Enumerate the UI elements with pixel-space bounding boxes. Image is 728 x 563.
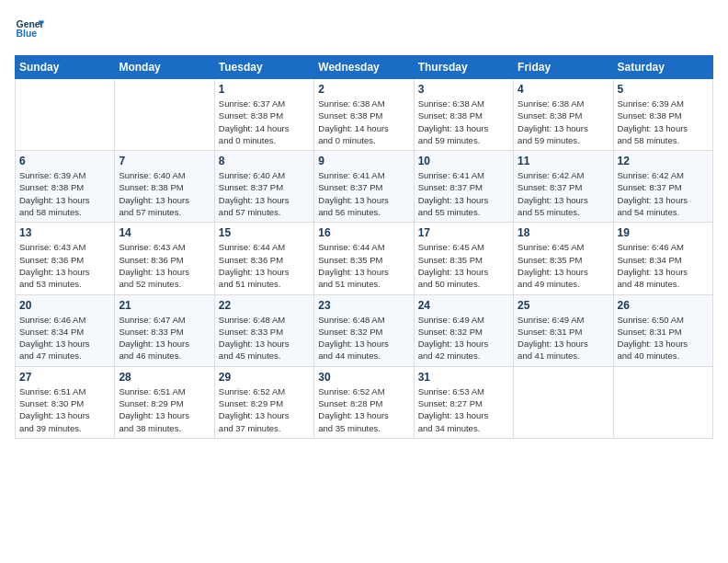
day-number: 4 xyxy=(518,83,609,96)
day-info: Sunrise: 6:43 AM Sunset: 8:36 PM Dayligh… xyxy=(119,241,210,290)
day-number: 25 xyxy=(518,299,609,312)
calendar-day-cell: 8Sunrise: 6:40 AM Sunset: 8:37 PM Daylig… xyxy=(214,151,313,223)
day-number: 18 xyxy=(518,226,609,239)
day-info: Sunrise: 6:51 AM Sunset: 8:29 PM Dayligh… xyxy=(119,385,210,434)
calendar-day-cell: 13Sunrise: 6:43 AM Sunset: 8:36 PM Dayli… xyxy=(16,223,115,294)
calendar-day-cell: 27Sunrise: 6:51 AM Sunset: 8:30 PM Dayli… xyxy=(16,366,115,438)
day-info: Sunrise: 6:41 AM Sunset: 8:37 PM Dayligh… xyxy=(318,169,409,218)
calendar-day-cell: 4Sunrise: 6:38 AM Sunset: 8:38 PM Daylig… xyxy=(514,79,613,151)
calendar-week-row: 6Sunrise: 6:39 AM Sunset: 8:38 PM Daylig… xyxy=(16,151,713,223)
day-info: Sunrise: 6:37 AM Sunset: 8:38 PM Dayligh… xyxy=(219,98,310,146)
calendar-day-cell: 25Sunrise: 6:49 AM Sunset: 8:31 PM Dayli… xyxy=(514,294,613,366)
day-info: Sunrise: 6:39 AM Sunset: 8:38 PM Dayligh… xyxy=(19,169,110,218)
day-info: Sunrise: 6:40 AM Sunset: 8:37 PM Dayligh… xyxy=(219,169,310,218)
day-info: Sunrise: 6:48 AM Sunset: 8:33 PM Dayligh… xyxy=(219,314,310,362)
day-info: Sunrise: 6:50 AM Sunset: 8:31 PM Dayligh… xyxy=(618,314,709,362)
day-info: Sunrise: 6:39 AM Sunset: 8:38 PM Dayligh… xyxy=(618,98,709,146)
calendar-day-cell xyxy=(115,79,214,151)
day-number: 29 xyxy=(219,371,310,384)
day-number: 12 xyxy=(618,155,709,167)
weekday-header: Tuesday xyxy=(214,56,313,79)
logo: General Blue xyxy=(15,15,44,44)
day-number: 13 xyxy=(19,226,110,239)
day-number: 7 xyxy=(119,155,210,167)
day-number: 14 xyxy=(119,226,210,239)
day-number: 23 xyxy=(318,299,409,312)
day-number: 19 xyxy=(618,226,709,239)
weekday-header: Sunday xyxy=(16,56,115,79)
day-info: Sunrise: 6:45 AM Sunset: 8:35 PM Dayligh… xyxy=(418,241,509,290)
day-info: Sunrise: 6:49 AM Sunset: 8:31 PM Dayligh… xyxy=(518,314,609,362)
day-number: 24 xyxy=(418,299,509,312)
calendar-week-row: 13Sunrise: 6:43 AM Sunset: 8:36 PM Dayli… xyxy=(16,223,713,294)
svg-text:Blue: Blue xyxy=(17,29,38,39)
calendar-day-cell: 26Sunrise: 6:50 AM Sunset: 8:31 PM Dayli… xyxy=(613,294,712,366)
day-number: 15 xyxy=(219,226,310,239)
day-info: Sunrise: 6:53 AM Sunset: 8:27 PM Dayligh… xyxy=(418,385,509,434)
calendar-day-cell xyxy=(16,79,115,151)
day-info: Sunrise: 6:47 AM Sunset: 8:33 PM Dayligh… xyxy=(119,314,210,362)
day-info: Sunrise: 6:48 AM Sunset: 8:32 PM Dayligh… xyxy=(318,314,409,362)
day-number: 2 xyxy=(318,83,409,96)
weekday-header-row: SundayMondayTuesdayWednesdayThursdayFrid… xyxy=(16,56,713,79)
day-number: 26 xyxy=(618,299,709,312)
day-info: Sunrise: 6:46 AM Sunset: 8:34 PM Dayligh… xyxy=(618,241,709,290)
day-number: 31 xyxy=(418,371,509,384)
calendar-day-cell: 30Sunrise: 6:52 AM Sunset: 8:28 PM Dayli… xyxy=(314,366,414,438)
calendar-day-cell: 14Sunrise: 6:43 AM Sunset: 8:36 PM Dayli… xyxy=(115,223,214,294)
day-info: Sunrise: 6:52 AM Sunset: 8:29 PM Dayligh… xyxy=(219,385,310,434)
calendar-week-row: 27Sunrise: 6:51 AM Sunset: 8:30 PM Dayli… xyxy=(16,366,713,438)
day-number: 22 xyxy=(219,299,310,312)
weekday-header: Saturday xyxy=(613,56,712,79)
weekday-header: Wednesday xyxy=(314,56,414,79)
day-info: Sunrise: 6:44 AM Sunset: 8:36 PM Dayligh… xyxy=(219,241,310,290)
day-number: 5 xyxy=(618,83,709,96)
day-info: Sunrise: 6:42 AM Sunset: 8:37 PM Dayligh… xyxy=(518,169,609,218)
calendar-week-row: 20Sunrise: 6:46 AM Sunset: 8:34 PM Dayli… xyxy=(16,294,713,366)
calendar-day-cell: 24Sunrise: 6:49 AM Sunset: 8:32 PM Dayli… xyxy=(414,294,513,366)
day-number: 28 xyxy=(119,371,210,384)
calendar-day-cell: 21Sunrise: 6:47 AM Sunset: 8:33 PM Dayli… xyxy=(115,294,214,366)
day-info: Sunrise: 6:45 AM Sunset: 8:35 PM Dayligh… xyxy=(518,241,609,290)
day-number: 8 xyxy=(219,155,310,167)
calendar-day-cell: 19Sunrise: 6:46 AM Sunset: 8:34 PM Dayli… xyxy=(613,223,712,294)
calendar-week-row: 1Sunrise: 6:37 AM Sunset: 8:38 PM Daylig… xyxy=(16,79,713,151)
weekday-header: Thursday xyxy=(414,56,513,79)
calendar-day-cell: 20Sunrise: 6:46 AM Sunset: 8:34 PM Dayli… xyxy=(16,294,115,366)
day-number: 10 xyxy=(418,155,509,167)
calendar-table: SundayMondayTuesdayWednesdayThursdayFrid… xyxy=(15,55,713,439)
logo-icon: General Blue xyxy=(15,15,44,44)
calendar-day-cell: 15Sunrise: 6:44 AM Sunset: 8:36 PM Dayli… xyxy=(214,223,313,294)
day-info: Sunrise: 6:44 AM Sunset: 8:35 PM Dayligh… xyxy=(318,241,409,290)
day-info: Sunrise: 6:46 AM Sunset: 8:34 PM Dayligh… xyxy=(19,314,110,362)
day-info: Sunrise: 6:41 AM Sunset: 8:37 PM Dayligh… xyxy=(418,169,509,218)
calendar-day-cell: 1Sunrise: 6:37 AM Sunset: 8:38 PM Daylig… xyxy=(214,79,313,151)
day-number: 21 xyxy=(119,299,210,312)
calendar-day-cell: 22Sunrise: 6:48 AM Sunset: 8:33 PM Dayli… xyxy=(214,294,313,366)
day-number: 20 xyxy=(19,299,110,312)
calendar-day-cell: 10Sunrise: 6:41 AM Sunset: 8:37 PM Dayli… xyxy=(414,151,513,223)
calendar-day-cell: 11Sunrise: 6:42 AM Sunset: 8:37 PM Dayli… xyxy=(514,151,613,223)
calendar-day-cell: 6Sunrise: 6:39 AM Sunset: 8:38 PM Daylig… xyxy=(16,151,115,223)
calendar-day-cell: 7Sunrise: 6:40 AM Sunset: 8:38 PM Daylig… xyxy=(115,151,214,223)
calendar-day-cell: 5Sunrise: 6:39 AM Sunset: 8:38 PM Daylig… xyxy=(613,79,712,151)
calendar-day-cell: 9Sunrise: 6:41 AM Sunset: 8:37 PM Daylig… xyxy=(314,151,414,223)
page-header: General Blue xyxy=(15,15,713,44)
day-number: 11 xyxy=(518,155,609,167)
calendar-day-cell: 31Sunrise: 6:53 AM Sunset: 8:27 PM Dayli… xyxy=(414,366,513,438)
calendar-day-cell: 18Sunrise: 6:45 AM Sunset: 8:35 PM Dayli… xyxy=(514,223,613,294)
day-number: 1 xyxy=(219,83,310,96)
calendar-day-cell xyxy=(514,366,613,438)
day-info: Sunrise: 6:43 AM Sunset: 8:36 PM Dayligh… xyxy=(19,241,110,290)
calendar-day-cell: 29Sunrise: 6:52 AM Sunset: 8:29 PM Dayli… xyxy=(214,366,313,438)
day-info: Sunrise: 6:51 AM Sunset: 8:30 PM Dayligh… xyxy=(19,385,110,434)
calendar-day-cell: 28Sunrise: 6:51 AM Sunset: 8:29 PM Dayli… xyxy=(115,366,214,438)
day-number: 9 xyxy=(318,155,409,167)
day-number: 17 xyxy=(418,226,509,239)
day-number: 27 xyxy=(19,371,110,384)
day-number: 3 xyxy=(418,83,509,96)
day-info: Sunrise: 6:38 AM Sunset: 8:38 PM Dayligh… xyxy=(518,98,609,146)
day-info: Sunrise: 6:49 AM Sunset: 8:32 PM Dayligh… xyxy=(418,314,509,362)
day-info: Sunrise: 6:38 AM Sunset: 8:38 PM Dayligh… xyxy=(318,98,409,146)
calendar-day-cell xyxy=(613,366,712,438)
